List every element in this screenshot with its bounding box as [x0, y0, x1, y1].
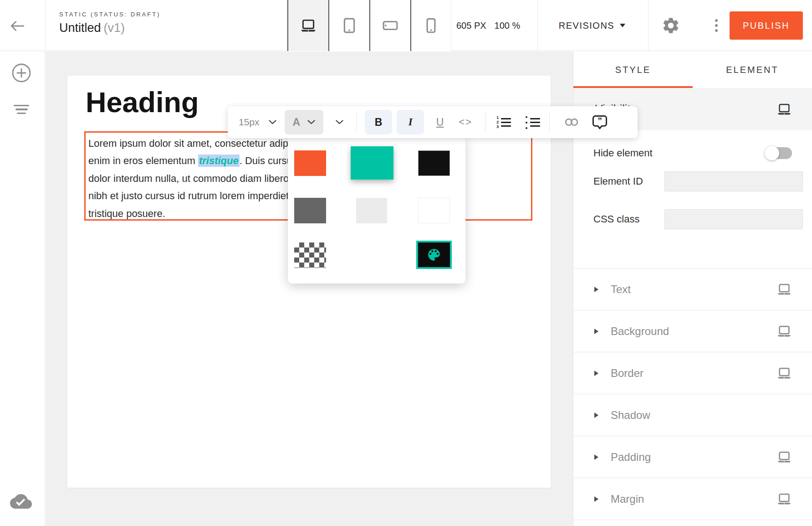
color-swatch-orange[interactable] — [294, 150, 326, 176]
color-swatch-teal-selected[interactable] — [351, 146, 393, 180]
color-picker-popover — [288, 137, 465, 284]
document-status-label: STATIC (STATUS: DRAFT) — [59, 11, 160, 18]
accordion-border[interactable]: Border — [573, 352, 812, 394]
code-button[interactable]: <> — [455, 110, 476, 134]
left-toolbar-rail — [0, 52, 45, 526]
text-color-dropdown[interactable]: A — [285, 110, 324, 134]
device-scope-icon — [776, 493, 792, 505]
plus-circle-icon — [11, 62, 32, 83]
element-id-row: Element ID — [573, 171, 812, 192]
phone-icon — [426, 18, 436, 33]
color-swatch-light-gray[interactable] — [356, 198, 387, 223]
chevron-down-icon — [307, 120, 315, 124]
highlighted-word: tristique — [198, 155, 240, 167]
accordion-background[interactable]: Background — [573, 310, 812, 352]
accordion-margin[interactable]: Margin — [573, 478, 812, 520]
laptop-icon — [300, 19, 317, 32]
canvas-dimensions: 605 PX 100 % — [456, 0, 520, 51]
save-status-indicator — [10, 492, 32, 509]
caret-right-icon — [594, 496, 598, 502]
divider — [356, 112, 357, 132]
device-scope-icon — [776, 103, 792, 115]
palette-icon — [426, 247, 442, 263]
page-heading[interactable]: Heading — [86, 86, 199, 119]
accordion-shadow[interactable]: Shadow — [573, 394, 812, 436]
back-arrow-icon — [10, 20, 25, 32]
quote-button[interactable]: ” — [591, 110, 609, 134]
caret-right-icon — [594, 329, 598, 334]
underline-button[interactable]: U — [430, 110, 449, 134]
element-id-input[interactable] — [664, 171, 803, 191]
caret-right-icon — [594, 371, 598, 376]
back-button[interactable] — [10, 15, 31, 36]
device-desktop-button[interactable] — [287, 0, 328, 51]
canvas-zoom-value: 100 % — [495, 21, 521, 31]
accordion-padding[interactable]: Padding — [573, 436, 812, 478]
link-icon — [564, 118, 579, 127]
caret-right-icon — [594, 454, 598, 460]
divider — [537, 0, 538, 51]
hide-element-toggle[interactable] — [766, 147, 792, 159]
publish-button[interactable]: PUBLISH — [730, 11, 803, 40]
divider — [573, 520, 812, 520]
divider — [45, 0, 46, 51]
accordion-text[interactable]: Text — [573, 268, 812, 310]
gear-icon — [661, 16, 680, 35]
device-tablet-button[interactable] — [328, 0, 369, 51]
hide-element-row: Hide element — [573, 143, 812, 164]
device-preview-switcher — [287, 0, 451, 51]
svg-text:”: ” — [598, 116, 602, 126]
revisions-dropdown[interactable]: REVISIONS — [546, 0, 638, 51]
page-builder-app: STATIC (STATUS: DRAFT) Untitled(v1) 605 … — [0, 0, 812, 526]
ordered-list-button[interactable]: 123 — [496, 115, 511, 129]
chevron-down-icon — [269, 120, 276, 124]
quote-icon: ” — [592, 115, 608, 130]
canvas-width-value: 605 PX — [456, 21, 486, 31]
add-element-button[interactable] — [11, 62, 32, 83]
css-class-label: CSS class — [593, 209, 639, 230]
caret-right-icon — [594, 287, 598, 292]
divider — [648, 0, 649, 51]
kebab-icon — [715, 19, 718, 22]
device-scope-icon — [776, 284, 792, 295]
bullet-list-icon — [526, 115, 527, 129]
document-title: Untitled(v1) — [59, 21, 160, 35]
link-button[interactable] — [562, 110, 581, 134]
settings-button[interactable] — [661, 15, 681, 36]
tablet-landscape-icon — [383, 21, 398, 31]
color-swatch-black[interactable] — [418, 150, 450, 176]
css-class-row: CSS class — [573, 209, 812, 230]
italic-button[interactable]: I — [397, 110, 424, 134]
device-scope-icon — [776, 325, 792, 337]
custom-color-swatch[interactable] — [416, 241, 452, 269]
rich-text-toolbar: 15px A B I U <> 123 ” — [228, 106, 638, 138]
more-formats-dropdown[interactable] — [332, 110, 347, 134]
device-phone-button[interactable] — [410, 0, 451, 51]
ordered-list-icon: 123 — [496, 115, 499, 129]
layers-button[interactable] — [12, 103, 31, 116]
font-size-dropdown[interactable]: 15px — [239, 117, 276, 128]
layers-icon — [14, 105, 29, 106]
tab-style[interactable]: STYLE — [573, 52, 693, 88]
chevron-down-icon — [336, 120, 343, 124]
tablet-icon — [343, 18, 355, 33]
divider — [549, 112, 550, 132]
bullet-list-button[interactable] — [526, 115, 540, 129]
tab-element[interactable]: ELEMENT — [693, 52, 812, 88]
top-bar: STATIC (STATUS: DRAFT) Untitled(v1) 605 … — [0, 0, 812, 51]
element-id-label: Element ID — [593, 171, 643, 192]
color-swatch-transparent[interactable] — [294, 242, 326, 268]
color-swatch-white[interactable] — [418, 198, 450, 223]
document-version: (v1) — [104, 21, 125, 35]
color-swatch-gray[interactable] — [294, 198, 326, 223]
device-scope-icon — [776, 367, 792, 379]
caret-right-icon — [594, 413, 598, 418]
cloud-check-icon — [10, 492, 32, 511]
more-options-button[interactable] — [710, 15, 723, 36]
device-scope-icon — [776, 451, 792, 463]
hide-element-label: Hide element — [593, 143, 653, 164]
css-class-input[interactable] — [664, 209, 803, 229]
device-tablet-landscape-button[interactable] — [369, 0, 410, 51]
caret-down-icon — [620, 24, 625, 27]
bold-button[interactable]: B — [365, 110, 392, 134]
